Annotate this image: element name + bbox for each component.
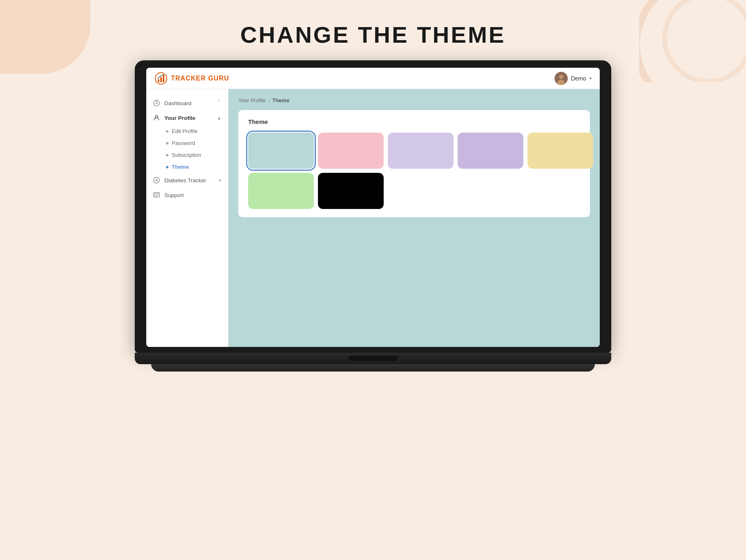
theme-swatch-light-blue[interactable] [248,133,314,169]
sidebar-item-support-label: Support [164,192,184,198]
breadcrumb-separator: › [268,98,270,103]
page-title-area: CHANGE THE THEME [0,0,746,60]
laptop-bezel: TRACKER GURU [135,60,611,353]
app-body: ‹ Dashboard [146,89,600,347]
laptop-notch [348,356,398,361]
breadcrumb: Your Profile › Theme [238,97,590,103]
diabetes-tracker-icon [153,177,160,184]
theme-swatch-light-lavender[interactable] [388,133,454,169]
sidebar-item-diabetes-tracker[interactable]: Diabetes Tracker ▾ [146,173,228,188]
top-nav: TRACKER GURU [146,68,600,89]
dashboard-icon [153,99,160,107]
laptop-base [135,353,611,364]
svg-rect-2 [160,77,162,82]
theme-swatch-light-green[interactable] [248,173,314,209]
user-name: Demo [571,75,586,82]
sidebar-item-support[interactable]: Support [146,188,228,202]
svg-point-8 [156,102,157,104]
sidebar-item-edit-profile-label: Edit Profile [172,128,198,134]
sidebar-item-your-profile[interactable]: Your Profile ▲ [146,110,228,125]
theme-swatch-light-purple[interactable] [458,133,523,169]
profile-chevron-icon: ▲ [217,115,221,120]
sidebar-item-dashboard-label: Dashboard [164,100,191,106]
sub-dot-edit-profile [166,130,168,133]
theme-swatch-light-pink[interactable] [318,133,384,169]
theme-grid [248,133,580,209]
sidebar-item-password-label: Password [172,140,195,146]
theme-card: Theme [238,110,590,217]
sidebar: ‹ Dashboard [146,89,228,347]
user-area[interactable]: Demo ▾ [555,72,592,85]
sidebar-item-subscription-label: Subscription [172,152,201,158]
logo-icon [154,72,168,85]
sidebar-item-theme[interactable]: Theme [161,161,228,173]
sidebar-item-your-profile-label: Your Profile [164,115,196,121]
sidebar-item-subscription[interactable]: Subscription [161,149,228,161]
profile-icon [153,114,160,122]
laptop-outer: TRACKER GURU [135,60,611,372]
sidebar-collapse-button[interactable]: ‹ [214,96,223,105]
svg-rect-3 [163,76,164,82]
laptop-screen: TRACKER GURU [146,68,600,347]
laptop-foot [151,364,595,372]
support-icon [153,191,160,199]
avatar [555,72,568,85]
sidebar-profile-submenu: Edit Profile Password Subscription [146,125,228,173]
diabetes-tracker-chevron-icon: ▾ [219,178,221,183]
svg-point-5 [559,75,563,79]
theme-swatch-light-yellow[interactable] [527,133,593,169]
theme-row-1 [248,133,580,169]
theme-swatch-dark-black[interactable] [318,173,384,209]
logo-text: TRACKER GURU [171,75,229,82]
theme-card-title: Theme [248,118,580,125]
page-title: CHANGE THE THEME [0,21,746,48]
svg-point-10 [155,115,158,118]
main-content: Your Profile › Theme Theme [228,89,600,347]
sidebar-item-diabetes-tracker-label: Diabetes Tracker [164,177,206,184]
theme-row-2 [248,173,580,209]
svg-rect-1 [158,79,159,82]
sub-dot-theme [166,166,168,168]
logo-area: TRACKER GURU [154,72,229,85]
breadcrumb-current: Theme [272,97,290,103]
sub-dot-password [166,142,168,145]
chevron-down-icon: ▾ [589,76,592,80]
sidebar-item-theme-label: Theme [172,164,189,170]
app-container: TRACKER GURU [146,68,600,347]
sidebar-item-password[interactable]: Password [161,137,228,149]
sidebar-item-edit-profile[interactable]: Edit Profile [161,125,228,137]
sub-dot-subscription [166,154,168,156]
laptop-wrapper: TRACKER GURU [0,60,746,372]
breadcrumb-parent-link[interactable]: Your Profile [238,97,266,103]
